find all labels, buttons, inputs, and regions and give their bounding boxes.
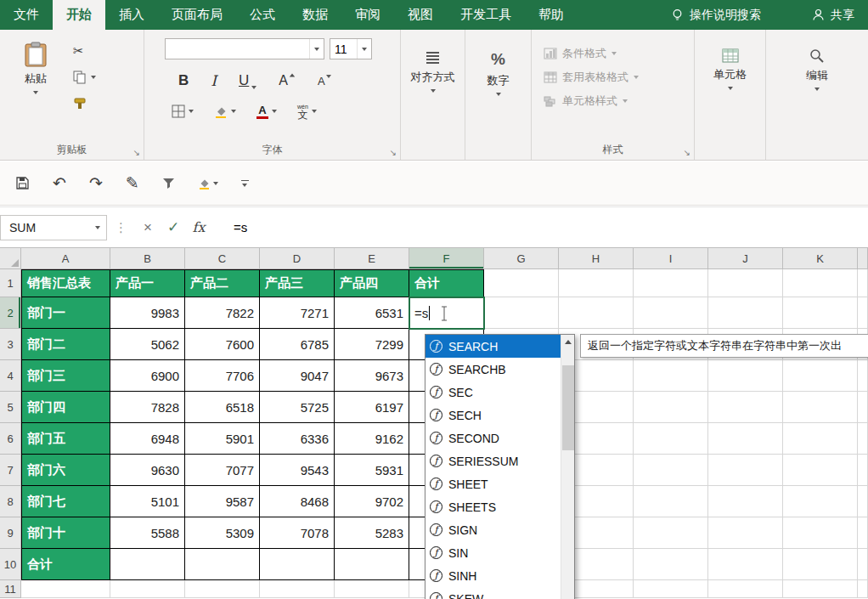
cell-A4[interactable]: 部门三 — [21, 360, 110, 392]
autocomplete-item-SIGN[interactable]: ƒSIGN — [426, 518, 561, 541]
underline-button[interactable]: U — [239, 72, 256, 89]
cell-J10[interactable] — [708, 549, 783, 580]
cell-A6[interactable]: 部门五 — [21, 423, 110, 455]
cell-J8[interactable] — [708, 486, 783, 517]
cell-A7[interactable]: 部门六 — [21, 455, 110, 486]
cell-D10[interactable] — [260, 549, 335, 580]
font-name-dropdown[interactable] — [309, 39, 324, 59]
cell-E8[interactable]: 9702 — [335, 486, 409, 517]
cell-I9[interactable] — [634, 517, 708, 549]
cell-K2[interactable] — [783, 297, 858, 329]
cell-E2[interactable]: 6531 — [335, 297, 409, 329]
fill-color-button[interactable] — [214, 105, 236, 118]
cell-A9[interactable]: 部门十 — [21, 517, 110, 549]
phonetic-guide-button[interactable]: wén文 — [297, 104, 317, 120]
cell-E5[interactable]: 6197 — [335, 392, 409, 423]
ribbon-tab-9[interactable]: 开发工具 — [447, 0, 525, 30]
ribbon-tab-7[interactable]: 审阅 — [341, 0, 394, 30]
column-header-C[interactable]: C — [185, 248, 260, 269]
row-header-3[interactable]: 3 — [0, 329, 21, 360]
scrollbar-thumb[interactable] — [562, 365, 574, 450]
clipboard-dialog-launcher-icon[interactable]: ↘ — [133, 148, 140, 157]
autocomplete-item-SEARCH[interactable]: ƒSEARCH — [426, 335, 561, 358]
autocomplete-item-SHEETS[interactable]: ƒSHEETS — [426, 495, 561, 518]
tell-me-search[interactable]: 操作说明搜索 — [671, 8, 761, 23]
cell-E11[interactable] — [335, 580, 409, 598]
cell-I10[interactable] — [634, 549, 708, 580]
cell-D3[interactable]: 6785 — [260, 329, 335, 360]
cell-J1[interactable] — [708, 269, 783, 297]
format-as-table-button[interactable]: 套用表格格式 — [532, 65, 694, 89]
row-header-5[interactable]: 5 — [0, 392, 21, 423]
font-size-combo[interactable] — [330, 38, 372, 59]
cell-H2[interactable] — [559, 297, 634, 329]
cut-button[interactable]: ✂ — [73, 43, 96, 59]
cell-B1[interactable]: 产品一 — [110, 269, 185, 297]
cell-B2[interactable]: 9983 — [110, 297, 185, 329]
autocomplete-item-SHEET[interactable]: ƒSHEET — [426, 472, 561, 495]
editing-button[interactable]: 编辑 — [766, 48, 868, 91]
cell-K8[interactable] — [783, 486, 858, 517]
row-header-9[interactable]: 9 — [0, 517, 21, 549]
increase-font-button[interactable]: A — [279, 73, 296, 88]
cell-C2[interactable]: 7822 — [185, 297, 260, 329]
ribbon-tab-10[interactable]: 帮助 — [525, 0, 578, 30]
cell-C11[interactable] — [185, 580, 260, 598]
autocomplete-item-SINH[interactable]: ƒSINH — [426, 564, 561, 587]
cell-D7[interactable]: 9543 — [260, 455, 335, 486]
cell-A10[interactable]: 合计 — [21, 549, 110, 580]
cell-C9[interactable]: 5309 — [185, 517, 260, 549]
ribbon-tab-5[interactable]: 公式 — [236, 0, 289, 30]
insert-function-button[interactable]: fx — [186, 219, 211, 235]
cell-A1[interactable]: 销售汇总表 — [21, 269, 110, 297]
fill-color-quick-button[interactable] — [198, 177, 218, 189]
formula-input[interactable]: =s — [234, 220, 247, 235]
column-header-F[interactable]: F — [409, 248, 484, 269]
column-header-D[interactable]: D — [260, 248, 335, 269]
cell-C7[interactable]: 7077 — [185, 455, 260, 486]
row-header-6[interactable]: 6 — [0, 423, 21, 455]
font-color-button[interactable]: A — [256, 105, 277, 119]
cell-K7[interactable] — [783, 455, 858, 486]
ribbon-tab-4[interactable]: 页面布局 — [158, 0, 236, 30]
row-header-1[interactable]: 1 — [0, 269, 21, 297]
cell-A11[interactable] — [21, 580, 110, 598]
column-header-E[interactable]: E — [335, 248, 409, 269]
cell-G2[interactable] — [484, 297, 559, 329]
autocomplete-item-SEARCHB[interactable]: ƒSEARCHB — [426, 358, 561, 381]
cell-J6[interactable] — [708, 423, 783, 455]
cell-C3[interactable]: 7600 — [185, 329, 260, 360]
cell-E1[interactable]: 产品四 — [335, 269, 409, 297]
borders-button[interactable] — [172, 105, 194, 118]
number-format-button[interactable]: % 数字 — [465, 50, 531, 96]
autocomplete-item-SECH[interactable]: ƒSECH — [426, 404, 561, 427]
cell-H1[interactable] — [559, 269, 634, 297]
undo-button[interactable]: ↶ — [53, 173, 66, 193]
cell-C10[interactable] — [185, 549, 260, 580]
share-button[interactable]: 共享 — [812, 8, 854, 23]
copy-button[interactable] — [73, 70, 96, 85]
autocomplete-item-SKEW[interactable]: ƒSKEW — [426, 587, 561, 599]
font-name-combo[interactable] — [165, 38, 324, 59]
cell-K4[interactable] — [783, 360, 858, 392]
bold-button[interactable]: B — [178, 72, 189, 89]
row-header-8[interactable]: 8 — [0, 486, 21, 517]
redo-button[interactable]: ↷ — [89, 173, 103, 193]
alignment-button[interactable]: 对齐方式 — [401, 50, 465, 93]
cell-F1[interactable]: 合计 — [409, 269, 484, 297]
column-header-H[interactable]: H — [559, 248, 634, 269]
cell-E4[interactable]: 9673 — [335, 360, 409, 392]
scroll-up-button[interactable] — [561, 335, 574, 348]
cell-E7[interactable]: 5931 — [335, 455, 409, 486]
column-header-A[interactable]: A — [21, 248, 110, 269]
column-header-B[interactable]: B — [110, 248, 185, 269]
name-box[interactable]: SUM — [0, 215, 107, 240]
cell-D11[interactable] — [260, 580, 335, 598]
conditional-formatting-button[interactable]: 条件格式 — [532, 42, 694, 65]
cell-A8[interactable]: 部门七 — [21, 486, 110, 517]
cell-B7[interactable]: 9630 — [110, 455, 185, 486]
cell-J5[interactable] — [708, 392, 783, 423]
ribbon-tab-3[interactable]: 插入 — [105, 0, 158, 30]
cell-K10[interactable] — [783, 549, 858, 580]
column-header-J[interactable]: J — [708, 248, 783, 269]
